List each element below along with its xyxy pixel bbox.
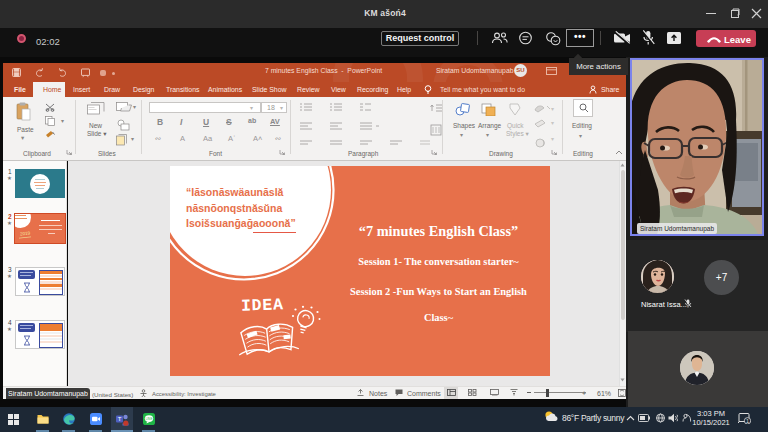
svg-text:LINE: LINE <box>145 417 152 421</box>
svg-text:T: T <box>118 416 122 422</box>
svg-text:1: 1 <box>746 418 749 424</box>
